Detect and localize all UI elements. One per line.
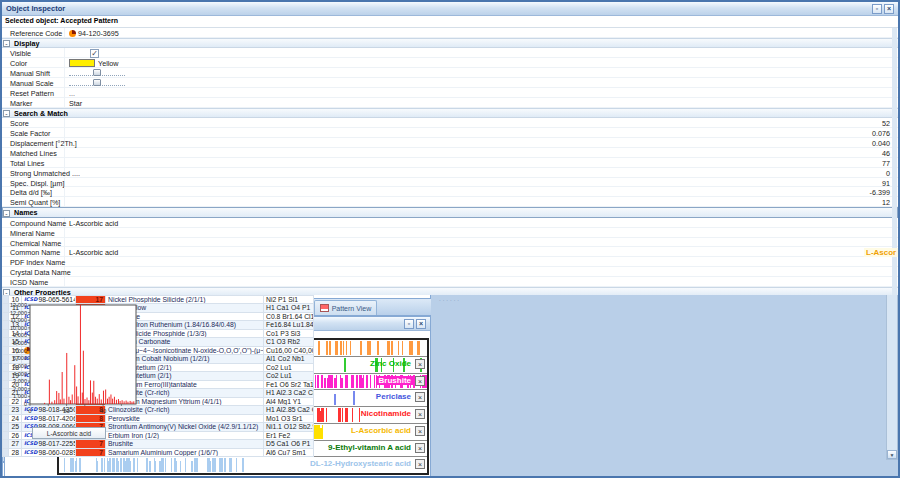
candidate-formula-cell: Co2 Lu1 xyxy=(264,372,314,381)
view-tab-pattern-view[interactable]: Pattern View xyxy=(314,300,378,315)
panel-close-icon[interactable]: × xyxy=(416,319,426,329)
svg-text:10,000: 10,000 xyxy=(10,325,27,331)
property-row-common-name[interactable]: Common NameL-Ascorbic acid xyxy=(2,247,898,257)
property-row-semi-quant-[interactable]: Semi Quant [%]12 xyxy=(2,197,898,207)
peak-strip-row-dl-12-hydroxystearic-acid[interactable]: DL-12-Hydroxystearic acid× xyxy=(59,457,427,473)
candidate-formula-cell: Al1 Co2 Nb1 xyxy=(264,355,314,364)
svg-text:9,000: 9,000 xyxy=(13,332,27,338)
property-row-delta-d-d-[interactable]: Delta d/d [‰]-6.399 xyxy=(2,187,898,197)
property-label: ICSD Name xyxy=(10,278,48,287)
object-inspector-title: Object Inspector xyxy=(6,4,65,13)
object-inspector-header: Object Inspector ▫ × xyxy=(2,2,898,16)
svg-text:0: 0 xyxy=(28,408,32,414)
property-value: 94-120-3695 xyxy=(69,29,119,38)
property-label: Common Name xyxy=(10,248,60,257)
property-row-scale-factor[interactable]: Scale Factor0.076 xyxy=(2,128,898,138)
section-header-other-properties[interactable]: -Other Properties xyxy=(2,287,898,295)
property-label: Visible xyxy=(10,49,31,58)
candidate-formula-cell: C0.8 Br1.64 Cl1. xyxy=(264,312,314,321)
section-header-search-match[interactable]: -Search & Match xyxy=(2,108,898,119)
property-value: 0.076 xyxy=(872,129,890,138)
property-label: Manual Shift xyxy=(10,69,50,78)
section-header-display[interactable]: -Display xyxy=(2,38,898,49)
view-tab-label: Pattern View xyxy=(332,305,372,312)
property-row-mineral-name[interactable]: Mineral Name xyxy=(2,228,898,238)
reference-pattern-chart: 01,0002,0003,0004,0005,0006,0007,0008,00… xyxy=(2,301,141,426)
property-row-chemical-name[interactable]: Chemical Name xyxy=(2,238,898,248)
color-swatch[interactable] xyxy=(69,59,95,67)
candidate-name-cell: Samarium Aluminium Copper (1/6/7) xyxy=(106,448,264,457)
property-row-crystal-data-name[interactable]: Crystal Data Name xyxy=(2,267,898,277)
property-row-color[interactable]: ColorYellow xyxy=(2,58,898,68)
ellipsis-button[interactable]: ... xyxy=(69,89,75,98)
visible-checkbox[interactable]: ✓ xyxy=(90,49,99,58)
property-label: Reset Pattern xyxy=(10,89,54,98)
property-value: 0 xyxy=(886,169,890,178)
property-row-spec-displ-m-[interactable]: Spec. Displ. [µm]91 xyxy=(2,178,898,188)
candidate-number: 28 xyxy=(9,448,22,457)
peak-strip-label: DL-12-Hydroxystearic acid xyxy=(310,459,411,468)
slider-control[interactable] xyxy=(69,69,125,78)
property-value: 46 xyxy=(882,149,890,158)
candidate-formula-cell: C1 O3 Rb2 xyxy=(264,338,314,347)
property-label: Marker xyxy=(10,99,32,108)
slider-thumb[interactable] xyxy=(93,79,101,86)
property-label: Semi Quant [%] xyxy=(10,198,60,207)
candidate-formula-cell: Al4 Mg1 Y1 xyxy=(264,397,314,406)
slider-control[interactable] xyxy=(69,79,125,88)
peak-strip-close-icon[interactable]: × xyxy=(415,409,425,419)
property-row-manual-shift[interactable]: Manual Shift xyxy=(2,68,898,78)
property-label: Spec. Displ. [µm] xyxy=(10,179,64,188)
property-row-marker[interactable]: MarkerStar xyxy=(2,98,898,108)
icsd-source-icon: ICSD xyxy=(24,440,37,446)
peak-strip-close-icon[interactable]: × xyxy=(415,376,425,386)
svg-text:7,000: 7,000 xyxy=(13,348,27,354)
peak-strip-close-icon[interactable]: × xyxy=(415,359,425,369)
property-label: Mineral Name xyxy=(10,229,55,238)
collapse-icon[interactable]: - xyxy=(3,40,10,47)
svg-text:5,000: 5,000 xyxy=(13,363,27,369)
candidate-formula-cell: Fe16.84 Lu1.84 xyxy=(264,321,314,330)
peak-strip-close-icon[interactable]: × xyxy=(415,426,425,436)
selected-object-label: Selected object: Accepted Pattern xyxy=(2,16,898,28)
svg-text:4,000: 4,000 xyxy=(13,371,27,377)
collapse-icon[interactable]: - xyxy=(3,110,10,117)
section-header-names[interactable]: -Names xyxy=(2,207,898,218)
property-row-manual-scale[interactable]: Manual Scale xyxy=(2,78,898,88)
property-row-pdf-index-name[interactable]: PDF Index Name xyxy=(2,257,898,267)
candidate-row[interactable]: 27ICSD98-017-22557BrushiteD5 Ca1 O6 P1 xyxy=(3,440,314,449)
reference-pattern-tab[interactable]: L-Ascorbic acid xyxy=(32,427,106,439)
peak-strip-close-icon[interactable]: × xyxy=(415,459,425,469)
property-row-compound-name[interactable]: Compound NameL-Ascorbic acid xyxy=(2,218,898,228)
property-label: Chemical Name xyxy=(10,239,61,248)
candidate-formula-cell: H1 Al2.3 Ca2 Cr xyxy=(264,389,314,398)
peak-strip-close-icon[interactable]: × xyxy=(415,443,425,453)
collapse-icon[interactable]: - xyxy=(3,210,10,217)
candidate-row[interactable]: 28ICSD98-060-02897Samarium Aluminium Cop… xyxy=(3,448,314,457)
property-row-reference-code[interactable]: Reference Code94-120-3695 xyxy=(2,28,898,38)
peak-strip-close-icon[interactable]: × xyxy=(415,392,425,402)
property-row-score[interactable]: Score52 xyxy=(2,118,898,128)
property-row-total-lines[interactable]: Total Lines77 xyxy=(2,158,898,168)
property-label: Scale Factor xyxy=(10,129,50,138)
scroll-down-icon[interactable]: ▼ xyxy=(887,450,897,459)
icsd-source-icon: ICSD xyxy=(24,449,37,455)
svg-text:13,000: 13,000 xyxy=(10,302,27,308)
property-row-strong-unmatched-[interactable]: Strong Unmatched ....0 xyxy=(2,168,898,178)
peak-strip-label: Zinc Oxide xyxy=(370,359,411,368)
property-row-reset-pattern[interactable]: Reset Pattern... xyxy=(2,88,898,98)
candidate-formula-cell: Er1 Fe2 xyxy=(264,431,314,440)
property-row-visible[interactable]: Visible✓ xyxy=(2,48,898,58)
slider-thumb[interactable] xyxy=(93,69,101,76)
property-row-matched-lines[interactable]: Matched Lines46 xyxy=(2,148,898,158)
candidate-name-cell: Brushite xyxy=(106,440,264,449)
collapse-icon[interactable]: - xyxy=(3,289,10,295)
panel-minimize-icon[interactable]: ▫ xyxy=(404,319,414,329)
panel-minimize-icon[interactable]: ▫ xyxy=(872,4,882,14)
candidate-number: 27 xyxy=(9,440,22,449)
panel-close-icon[interactable]: × xyxy=(884,4,894,14)
svg-text:1,000: 1,000 xyxy=(13,393,27,399)
property-row-icsd-name[interactable]: ICSD Name xyxy=(2,277,898,287)
property-row-displacement-2th-[interactable]: Displacement [°2Th.]0.040 xyxy=(2,138,898,148)
property-label: Displacement [°2Th.] xyxy=(10,139,77,148)
